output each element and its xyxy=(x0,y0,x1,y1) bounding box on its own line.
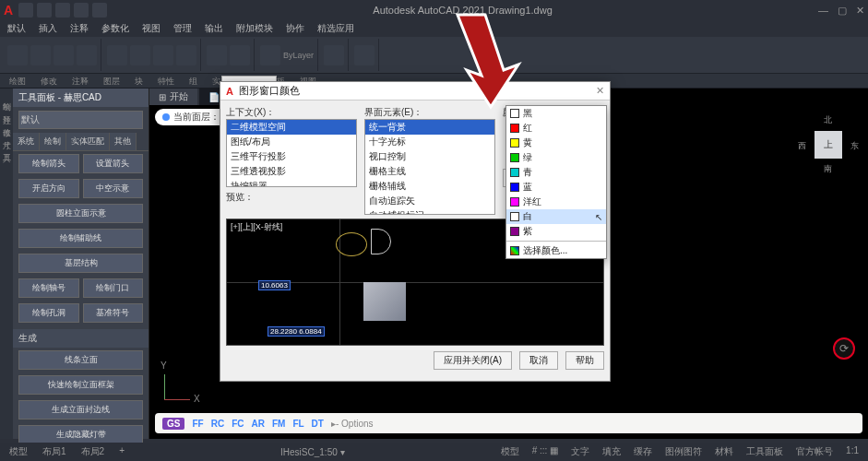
layer-dropdown[interactable]: ByLayer xyxy=(283,51,314,60)
tool-button[interactable]: 绘制辅助线 xyxy=(18,229,143,248)
list-item[interactable]: 自动捕捉标记 xyxy=(365,208,494,215)
cancel-button[interactable]: 取消 xyxy=(519,351,558,370)
dim-icon[interactable] xyxy=(230,45,250,65)
status-toggle[interactable]: 图例图符 xyxy=(661,445,706,458)
tool-button[interactable]: 开启方向 xyxy=(18,179,79,198)
tool-button[interactable]: 绘制门口 xyxy=(83,278,144,298)
cmd-shortcut[interactable]: AR xyxy=(251,419,264,429)
status-toggle[interactable]: 官方帐号 xyxy=(792,445,837,458)
menu-item[interactable]: 默认 xyxy=(7,22,26,35)
viewcube-face[interactable]: 上 xyxy=(814,131,842,159)
menu-item[interactable]: 输出 xyxy=(205,22,223,35)
viewcube-south[interactable]: 南 xyxy=(824,163,832,175)
context-listbox[interactable]: 二维模型空间 图纸/布局 三维平行投影 三维透视投影 块编辑器 命令行 打印预览 xyxy=(226,119,357,187)
scale-dropdown[interactable]: IHesiSC_1:50 ▾ xyxy=(137,447,488,457)
viewcube-west[interactable]: 西 xyxy=(798,140,806,152)
cmd-shortcut[interactable]: DT xyxy=(312,419,324,429)
add-layout-button[interactable]: + xyxy=(115,445,128,458)
tool-button[interactable]: 生成立面封边线 xyxy=(18,400,143,420)
palette-tab[interactable]: 实体匹配 xyxy=(66,133,110,150)
status-toggle[interactable]: 文字 xyxy=(567,445,593,458)
arc-icon[interactable] xyxy=(77,45,97,65)
polyline-icon[interactable] xyxy=(30,45,51,65)
status-toggle[interactable]: 1:1 xyxy=(842,445,862,458)
menu-item[interactable]: 附加模块 xyxy=(236,22,273,35)
palette-preset[interactable]: 默认 xyxy=(18,111,143,129)
tool-button[interactable]: 中空示意 xyxy=(83,179,144,198)
palette-tab[interactable]: 其他 xyxy=(110,133,137,150)
command-prompt[interactable]: ▸- Options xyxy=(331,419,374,429)
status-toggle[interactable]: # ::: ▦ xyxy=(529,445,562,458)
tool-button[interactable]: 基层结构 xyxy=(18,254,143,273)
copy-icon[interactable] xyxy=(130,45,150,65)
text-icon[interactable] xyxy=(207,45,227,65)
menu-item[interactable]: 注释 xyxy=(70,22,89,35)
list-item[interactable]: 三维透视投影 xyxy=(227,164,356,179)
nav-wheel-icon[interactable] xyxy=(833,337,855,360)
list-item[interactable]: 自动追踪矢 xyxy=(365,194,494,208)
trim-icon[interactable] xyxy=(176,45,196,65)
block-icon[interactable] xyxy=(324,45,344,65)
layout-tab[interactable]: 布局1 xyxy=(39,445,70,458)
qat-save-icon[interactable] xyxy=(55,3,70,18)
tool-button[interactable]: 设置箭头 xyxy=(83,154,144,173)
status-toggle[interactable]: 工具面板 xyxy=(743,445,787,458)
list-item[interactable]: 块编辑器 xyxy=(227,179,356,187)
cmd-shortcut[interactable]: FL xyxy=(292,419,303,429)
tool-button[interactable]: 线条立面 xyxy=(18,350,143,370)
close-button[interactable]: ✕ xyxy=(856,5,864,17)
list-item[interactable]: 统一背景 xyxy=(365,120,494,135)
list-item[interactable]: 三维平行投影 xyxy=(227,149,356,164)
menu-item[interactable]: 协作 xyxy=(286,22,304,35)
qat-new-icon[interactable] xyxy=(18,3,33,18)
command-bar[interactable]: GS FF RC FC AR FM FL DT ▸- Options xyxy=(155,413,862,433)
element-listbox[interactable]: 统一背景 十字光标 视口控制 栅格主线 栅格辅线 自动追踪矢 自动捕捉标记 三维… xyxy=(364,119,495,215)
tool-button[interactable]: 圆柱立面示意 xyxy=(18,204,143,223)
maximize-button[interactable]: ▢ xyxy=(838,5,847,17)
palette-tab[interactable]: 系统 xyxy=(13,133,40,150)
status-toggle[interactable]: 填充 xyxy=(599,445,624,458)
list-item[interactable]: 栅格辅线 xyxy=(365,179,494,194)
move-icon[interactable] xyxy=(107,45,127,65)
color-dropdown[interactable]: 黑 红 黄 绿 青 蓝 洋红 白 ↖ 紫 选择颜色... xyxy=(505,105,607,259)
model-tab[interactable]: 模型 xyxy=(6,445,31,458)
help-button[interactable]: 帮助 xyxy=(565,351,604,370)
qat-open-icon[interactable] xyxy=(37,3,52,18)
start-tab[interactable]: ⊞ 开始 xyxy=(149,89,197,105)
tool-button[interactable]: 绘制轴号 xyxy=(18,278,79,298)
status-toggle[interactable]: 材料 xyxy=(711,445,737,458)
qat-undo-icon[interactable] xyxy=(74,3,89,18)
cmd-shortcut[interactable]: FM xyxy=(272,419,285,429)
cmd-shortcut[interactable]: FF xyxy=(192,419,203,429)
layout-tab[interactable]: 布局2 xyxy=(77,445,109,458)
match-icon[interactable] xyxy=(354,45,375,65)
circle-icon[interactable] xyxy=(54,45,74,65)
tool-button[interactable]: 绘制箭头 xyxy=(18,154,79,173)
line-icon[interactable] xyxy=(7,45,28,65)
dialog-titlebar[interactable]: A 图形窗口颜色 ✕ xyxy=(220,82,610,100)
select-color-option[interactable]: 选择颜色... xyxy=(506,243,606,258)
minimize-button[interactable]: — xyxy=(818,5,828,17)
palette-tab[interactable]: 绘制 xyxy=(40,133,66,150)
list-item[interactable]: 栅格主线 xyxy=(365,164,494,179)
layer-icon[interactable] xyxy=(260,45,280,65)
list-item[interactable]: 二维模型空间 xyxy=(227,120,356,135)
status-toggle[interactable]: 模型 xyxy=(497,445,523,458)
status-toggle[interactable]: 缓存 xyxy=(630,445,656,458)
tool-button[interactable]: 基准符号 xyxy=(83,303,144,323)
qat-redo-icon[interactable] xyxy=(92,3,107,18)
rotate-icon[interactable] xyxy=(153,45,173,65)
tool-button[interactable]: 绘制孔洞 xyxy=(18,303,79,323)
menu-item[interactable]: 视图 xyxy=(142,22,161,35)
tool-button[interactable]: 快速绘制立面框架 xyxy=(18,375,143,395)
list-item[interactable]: 图纸/布局 xyxy=(227,135,356,149)
menu-item[interactable]: 精选应用 xyxy=(317,22,354,35)
viewcube-east[interactable]: 东 xyxy=(850,140,859,152)
menu-item[interactable]: 插入 xyxy=(39,22,57,35)
menu-item[interactable]: 管理 xyxy=(173,22,192,35)
tool-button[interactable]: 生成隐藏灯带 xyxy=(18,425,143,444)
cmd-shortcut[interactable]: RC xyxy=(211,419,224,429)
list-item[interactable]: 视口控制 xyxy=(365,149,494,164)
viewcube-north[interactable]: 北 xyxy=(824,114,832,126)
list-item[interactable]: 十字光标 xyxy=(365,135,494,149)
